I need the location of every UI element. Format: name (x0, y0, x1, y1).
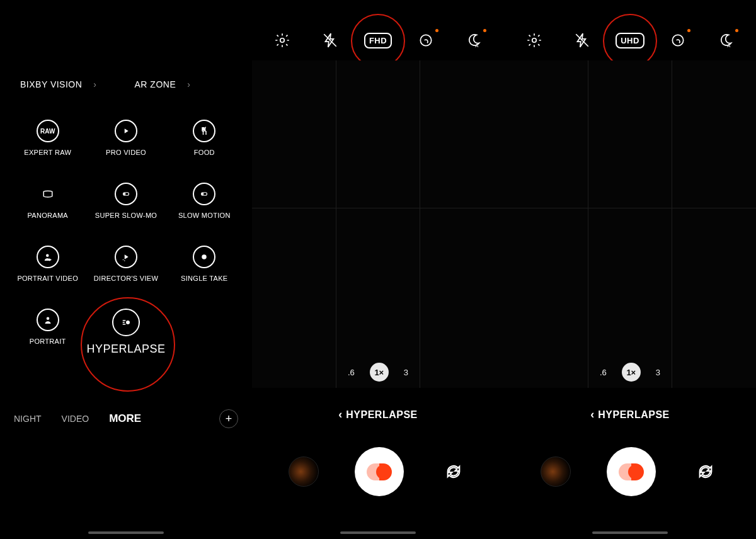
zoom-1x[interactable]: 1× (622, 363, 641, 382)
viewfinder[interactable] (252, 60, 504, 388)
mode-expert-raw[interactable]: RAW EXPERT RAW (9, 120, 86, 156)
indicator-dot (735, 29, 738, 32)
play-dots-icon (115, 246, 137, 268)
mode-super-slow-mo[interactable]: SUPER SLOW-MO (86, 183, 165, 219)
indicator-dot (435, 29, 438, 32)
indicator-dot (687, 29, 690, 32)
motion-photo-button[interactable] (663, 25, 693, 55)
svg-point-17 (532, 38, 537, 43)
quick-links-row: BIXBY VISION › AR ZONE › (0, 79, 252, 89)
svg-point-10 (202, 254, 207, 259)
svg-point-4 (202, 193, 203, 195)
svg-point-5 (46, 254, 49, 258)
nav-night[interactable]: NIGHT (14, 414, 42, 424)
panel-camera-uhd: UHD A .6 1× 3 ‹ HYPERLAPSE (504, 0, 756, 539)
mode-directors-view[interactable]: DIRECTOR'S VIEW (86, 246, 165, 282)
bixby-vision-link[interactable]: BIXBY VISION › (20, 79, 97, 89)
mode-label-row: ‹ HYPERLAPSE (252, 408, 504, 421)
target-icon (193, 246, 215, 268)
settings-button[interactable] (519, 25, 549, 55)
night-auto-button[interactable]: A (711, 25, 741, 55)
mode-label-row: ‹ HYPERLAPSE (504, 408, 756, 421)
motion-photo-button[interactable] (411, 25, 441, 55)
chevron-left-icon[interactable]: ‹ (590, 408, 594, 421)
fork-icon (193, 120, 215, 142)
resolution-button[interactable]: FHD (363, 25, 393, 55)
camera-flip-button[interactable] (440, 458, 467, 485)
toggle-icon (193, 183, 215, 205)
svg-marker-7 (125, 254, 129, 259)
mode-hyperlapse[interactable]: HYPERLAPSE (86, 309, 165, 356)
resolution-button[interactable]: UHD (615, 25, 645, 55)
chevron-left-icon[interactable]: ‹ (338, 408, 342, 421)
mode-label: PORTRAIT (30, 338, 66, 345)
svg-point-15 (420, 35, 431, 45)
svg-point-11 (46, 317, 49, 321)
mode-label: PRO VIDEO (106, 149, 146, 156)
camera-flip-button[interactable] (692, 458, 719, 485)
home-indicator[interactable] (340, 531, 416, 534)
resolution-pill: UHD (616, 33, 644, 48)
svg-point-8 (123, 259, 124, 261)
zoom-3[interactable]: 3 (404, 368, 408, 377)
svg-point-12 (126, 321, 130, 324)
svg-point-19 (672, 35, 683, 45)
mode-label: SLOW MOTION (178, 212, 231, 219)
nav-more[interactable]: MORE (109, 412, 141, 425)
svg-point-2 (123, 193, 125, 195)
night-auto-button[interactable]: A (459, 25, 489, 55)
zoom-selector: .6 1× 3 (504, 363, 756, 382)
shutter-button[interactable] (607, 447, 656, 496)
resolution-pill: FHD (364, 33, 392, 48)
zoom-selector: .6 1× 3 (252, 363, 504, 382)
current-mode-label[interactable]: HYPERLAPSE (598, 409, 669, 421)
mode-portrait[interactable]: PORTRAIT (9, 309, 86, 356)
modes-grid: RAW EXPERT RAW PRO VIDEO FOOD PANORAMA (0, 120, 252, 356)
panel-more-modes: BIXBY VISION › AR ZONE › RAW EXPERT RAW … (0, 0, 252, 539)
current-mode-label[interactable]: HYPERLAPSE (346, 409, 417, 421)
chevron-right-icon: › (187, 79, 190, 89)
person-icon (37, 309, 59, 331)
mode-panorama[interactable]: PANORAMA (9, 183, 86, 219)
home-indicator[interactable] (88, 531, 164, 534)
mode-nav-strip: NIGHT VIDEO MORE + (0, 409, 252, 428)
mode-label: SUPER SLOW-MO (95, 212, 157, 219)
controls-row (252, 447, 504, 496)
mode-label: SINGLE TAKE (181, 275, 227, 282)
mode-portrait-video[interactable]: PORTRAIT VIDEO (9, 246, 86, 282)
settings-button[interactable] (267, 25, 297, 55)
add-mode-button[interactable]: + (219, 409, 238, 428)
flash-button[interactable] (315, 25, 345, 55)
shutter-button[interactable] (355, 447, 404, 496)
zoom-3[interactable]: 3 (656, 368, 660, 377)
svg-point-9 (124, 260, 125, 261)
chevron-right-icon: › (93, 79, 96, 89)
mode-label: FOOD (194, 149, 215, 156)
mode-pro-video[interactable]: PRO VIDEO (86, 120, 165, 156)
motion-icon (112, 309, 140, 336)
home-indicator[interactable] (592, 531, 668, 534)
zoom-0-6[interactable]: .6 (600, 368, 607, 377)
panel-camera-fhd: FHD A .6 1× 3 ‹ HYPERLAPSE (252, 0, 504, 539)
zoom-1x[interactable]: 1× (370, 363, 389, 382)
viewfinder[interactable] (504, 60, 756, 388)
svg-marker-6 (49, 258, 52, 261)
controls-row (504, 447, 756, 496)
zoom-0-6[interactable]: .6 (348, 368, 355, 377)
gallery-thumbnail[interactable] (541, 457, 571, 487)
mode-slow-motion[interactable]: SLOW MOTION (166, 183, 243, 219)
ar-zone-link[interactable]: AR ZONE › (135, 79, 191, 89)
ar-zone-label: AR ZONE (135, 79, 176, 89)
topbar: FHD A (252, 25, 504, 55)
nav-video[interactable]: VIDEO (62, 414, 89, 424)
mode-label: PORTRAIT VIDEO (17, 275, 78, 282)
bixby-vision-label: BIXBY VISION (20, 79, 82, 89)
indicator-dot (483, 29, 486, 32)
mode-single-take[interactable]: SINGLE TAKE (166, 246, 243, 282)
mode-food[interactable]: FOOD (166, 120, 243, 156)
record-icon (619, 463, 644, 480)
gallery-thumbnail[interactable] (289, 457, 319, 487)
mode-label: HYPERLAPSE (86, 343, 165, 356)
flash-button[interactable] (567, 25, 597, 55)
toggle-icon (115, 183, 137, 205)
